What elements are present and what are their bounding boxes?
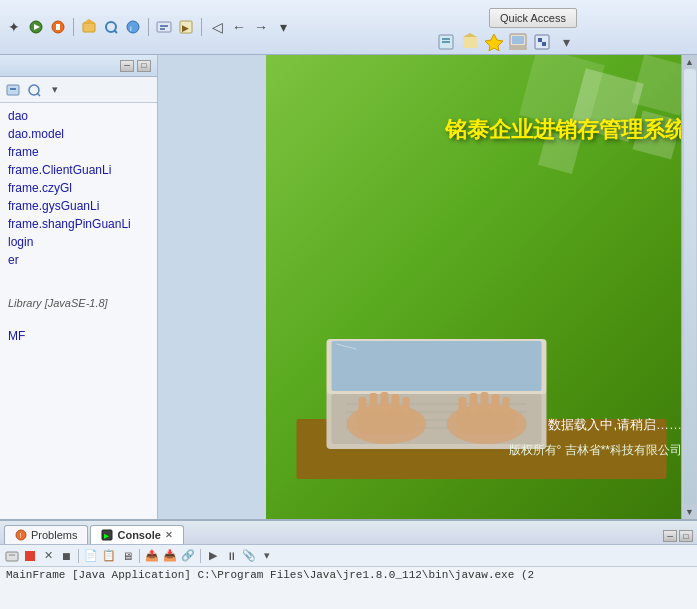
library-label: Library [JavaSE-1.8] [8, 297, 108, 309]
console-paste-btn[interactable]: 📋 [101, 548, 117, 564]
quick-access-label: Quick Access [489, 8, 577, 28]
console-maximize-btn[interactable]: □ [679, 530, 693, 542]
console-copy-btn[interactable]: 📄 [83, 548, 99, 564]
qa-icon-4[interactable] [507, 31, 529, 53]
tree-item-er[interactable]: er [0, 251, 157, 269]
qa-icon-5[interactable] [531, 31, 553, 53]
right-scrollbar[interactable]: ▲ ▼ [681, 55, 697, 519]
svg-rect-43 [359, 397, 367, 415]
toolbar-icon-back[interactable]: ← [229, 17, 249, 37]
toolbar-icon-8[interactable]: ▶ [176, 17, 196, 37]
minimize-panel-btn[interactable]: ─ [120, 60, 134, 72]
console-close-btn[interactable]: ✕ [165, 530, 173, 540]
qa-icon-1[interactable] [435, 31, 457, 53]
qa-icon-2[interactable] [459, 31, 481, 53]
toolbar-sep-3 [201, 18, 202, 36]
toolbar-icon-5[interactable] [101, 17, 121, 37]
top-toolbar: ✦ i ▶ ◁ [0, 0, 697, 55]
console-remove-btn[interactable]: ✕ [40, 548, 56, 564]
toolbar-icon-9[interactable]: ◁ [207, 17, 227, 37]
svg-rect-10 [157, 22, 171, 32]
console-minimize-btn[interactable]: ─ [663, 530, 677, 542]
panel-titlebar: ─ □ [0, 55, 157, 77]
scrollbar-thumb[interactable] [684, 69, 696, 505]
console-pin-btn[interactable]: 📎 [241, 548, 257, 564]
panel-toolbar-icon-1[interactable] [4, 81, 22, 99]
package-explorer-tree: dao dao.model frame frame.ClientGuanLi f… [0, 103, 157, 519]
tree-item-frame-label: frame [8, 145, 39, 159]
console-pause-btn[interactable]: ⏸ [223, 548, 239, 564]
svg-rect-53 [492, 394, 500, 415]
svg-point-8 [127, 21, 139, 33]
splash-loading-text: 数据载入中,请稍启…… [548, 416, 682, 434]
console-display-btn[interactable]: 🖥 [119, 548, 135, 564]
toolbar-sep-2 [148, 18, 149, 36]
console-dropdown-btn[interactable]: ▾ [259, 548, 275, 564]
svg-rect-50 [459, 397, 467, 415]
tree-item-dao[interactable]: dao [0, 107, 157, 125]
tree-item-frame-gys[interactable]: frame.gysGuanLi [0, 197, 157, 215]
console-link-btn[interactable]: 🔗 [180, 548, 196, 564]
qa-icon-3[interactable] [483, 31, 505, 53]
panel-toolbar-icon-3[interactable]: ▾ [46, 81, 64, 99]
tree-item-frame[interactable]: frame [0, 143, 157, 161]
toolbar-icon-7[interactable] [154, 17, 174, 37]
panel-toolbar-icon-2[interactable] [25, 81, 43, 99]
console-in-btn[interactable]: 📥 [162, 548, 178, 564]
tree-item-mf[interactable]: MF [0, 327, 157, 345]
splash-copyright: 版权所有° 吉林省**科技有限公司 [509, 442, 682, 459]
svg-line-30 [37, 93, 40, 96]
quick-access-icons: ▾ [435, 31, 577, 53]
tree-item-dao-model-label: dao.model [8, 127, 64, 141]
scrollbar-up[interactable]: ▲ [685, 57, 694, 67]
toolbar-icon-6[interactable]: i [123, 17, 143, 37]
scrollbar-down[interactable]: ▼ [685, 507, 694, 517]
toolbar-icon-3[interactable] [48, 17, 68, 37]
svg-marker-5 [83, 19, 95, 23]
svg-rect-44 [370, 393, 378, 415]
svg-text:i: i [130, 24, 132, 33]
svg-rect-18 [463, 37, 477, 48]
tree-item-login[interactable]: login [0, 233, 157, 251]
svg-rect-45 [381, 392, 389, 415]
toolbar-icon-4[interactable] [79, 17, 99, 37]
tree-item-login-label: login [8, 235, 33, 249]
console-tabs: ! Problems ▶ Console ✕ ─ □ [0, 521, 697, 545]
panel-toolbar: ▾ [0, 77, 157, 103]
console-clear-btn[interactable] [4, 548, 20, 564]
problems-icon: ! [15, 529, 27, 541]
tab-problems[interactable]: ! Problems [4, 525, 88, 544]
maximize-panel-btn[interactable]: □ [137, 60, 151, 72]
svg-rect-22 [512, 36, 524, 44]
center-panel: 铭泰企业进销存管理系统 [158, 55, 697, 519]
svg-rect-25 [538, 38, 542, 42]
svg-rect-54 [503, 397, 510, 415]
panel-controls: ─ □ [120, 60, 151, 72]
console-win-controls: ─ □ [663, 530, 693, 544]
tree-item-frame-client-label: frame.ClientGuanLi [8, 163, 111, 177]
toolbar-dropdown[interactable]: ▾ [273, 17, 293, 37]
toolbar-sep-1 [73, 18, 74, 36]
svg-rect-4 [83, 23, 95, 32]
left-panel: ─ □ ▾ dao dao.model [0, 55, 158, 519]
qa-icon-6[interactable]: ▾ [555, 31, 577, 53]
console-terminate-btn[interactable] [22, 548, 38, 564]
toolbar-icon-2[interactable] [26, 17, 46, 37]
tree-item-er-label: er [8, 253, 19, 267]
console-icon: ▶ [101, 529, 113, 541]
tree-item-mf-label: MF [8, 329, 25, 343]
toolbar-icon-forward[interactable]: → [251, 17, 271, 37]
quick-access-area: Quick Access ▾ [435, 8, 577, 53]
content-area-wrapper: ─ □ ▾ dao dao.model [0, 55, 697, 519]
console-stop-btn[interactable]: ⏹ [58, 548, 74, 564]
tab-console[interactable]: ▶ Console ✕ [90, 525, 183, 544]
tree-item-frame-shang[interactable]: frame.shangPinGuanLi [0, 215, 157, 233]
tree-item-frame-client[interactable]: frame.ClientGuanLi [0, 161, 157, 179]
tree-item-dao-model[interactable]: dao.model [0, 125, 157, 143]
tree-item-frame-czy[interactable]: frame.czyGl [0, 179, 157, 197]
console-out-btn[interactable]: 📤 [144, 548, 160, 564]
tree-item-frame-czy-label: frame.czyGl [8, 181, 72, 195]
svg-text:▶: ▶ [182, 23, 189, 33]
toolbar-icon-1[interactable]: ✦ [4, 17, 24, 37]
console-run-btn[interactable]: ▶ [205, 548, 221, 564]
